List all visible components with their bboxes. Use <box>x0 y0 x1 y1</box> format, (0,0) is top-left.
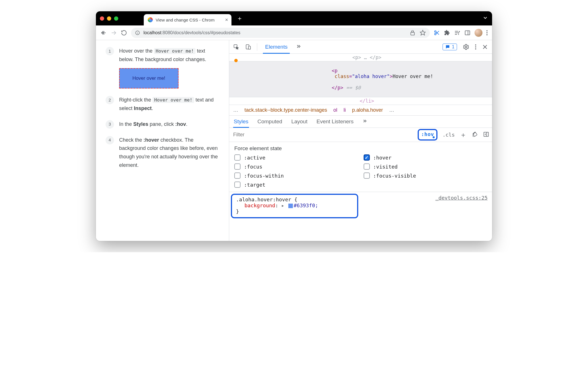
step-bold: Styles <box>133 121 148 127</box>
dom-breadcrumbs[interactable]: … tack.stack--block.type.center-images o… <box>229 105 492 116</box>
state-label: :active <box>244 155 265 161</box>
css-rule-highlight[interactable]: .aloha.hover:hover { background: ▸ #6393… <box>231 194 358 218</box>
state-checkbox-row[interactable]: :focus-visible <box>364 172 487 179</box>
tab-event-listeners[interactable]: Event Listeners <box>316 116 354 128</box>
device-toggle-icon[interactable] <box>245 44 251 50</box>
state-checkbox-row[interactable]: :focus <box>234 163 358 170</box>
hover-demo-label: Hover over me! <box>132 74 165 82</box>
minimize-window-icon[interactable] <box>107 16 111 21</box>
css-declaration[interactable]: background: ▸ #6393f0; <box>236 202 353 208</box>
close-window-icon[interactable] <box>100 16 104 21</box>
copy-styles-icon[interactable] <box>472 131 478 139</box>
tab-elements[interactable]: Elements <box>263 40 290 53</box>
more-subtabs-icon[interactable] <box>362 118 368 125</box>
force-state-toggle[interactable]: :hov <box>418 129 437 141</box>
breadcrumb-item[interactable]: li <box>344 107 346 113</box>
step-bold: :hov <box>175 121 186 127</box>
console-messages-badge[interactable]: 1 <box>443 44 457 50</box>
crumb-dots[interactable]: … <box>233 107 238 113</box>
step-2: 2 Right-click the Hover over me! text an… <box>106 96 220 113</box>
step-3: 3 In the Styles pane, click :hov. <box>106 120 220 129</box>
hover-demo-box[interactable]: Hover over me! <box>119 68 179 89</box>
state-checkbox-row[interactable]: :visited <box>364 163 487 170</box>
checkbox[interactable] <box>364 172 370 179</box>
back-button[interactable] <box>100 30 107 36</box>
breadcrumb-item[interactable]: tack.stack--block.type.center-images <box>244 107 327 113</box>
step-text: Check the <box>119 137 143 143</box>
address-bar[interactable]: localhost:8080/docs/devtools/css/#pseudo… <box>131 28 430 38</box>
settings-gear-icon[interactable] <box>463 44 469 50</box>
checkbox[interactable] <box>364 154 370 161</box>
css-selector[interactable]: .aloha.hover:hover <box>236 197 291 202</box>
step-text: Right-click the <box>119 97 153 103</box>
state-label: :hover <box>373 155 392 161</box>
checkbox[interactable] <box>234 163 241 170</box>
tab-layout[interactable]: Layout <box>291 116 308 128</box>
dom-text: Hover over me! <box>392 74 433 79</box>
more-tabs-icon[interactable] <box>295 43 302 51</box>
state-checkbox-row[interactable]: :target <box>234 182 358 188</box>
page-content: 1 Hover over the Hover over me! text bel… <box>96 40 229 241</box>
reload-button[interactable] <box>121 30 127 36</box>
new-tab-button[interactable]: ＋ <box>237 14 243 23</box>
state-checkbox-row[interactable]: :active <box>234 154 358 161</box>
css-prop-value[interactable]: #6393f0; <box>294 202 318 208</box>
extensions-icon[interactable] <box>444 30 450 36</box>
forward-button[interactable] <box>111 30 117 36</box>
step-4: 4 Check the :hover checkbox. The backgro… <box>106 136 220 170</box>
instruction-list: 1 Hover over the Hover over me! text bel… <box>106 47 220 170</box>
checkbox[interactable] <box>234 172 241 179</box>
devtools-menu-button[interactable] <box>475 44 476 49</box>
profile-avatar[interactable] <box>475 29 482 37</box>
dom-node-selected[interactable]: <p class="aloha hover">Hover over me! </… <box>229 61 492 97</box>
breadcrumb-item[interactable]: p.aloha.hover <box>352 107 383 113</box>
step-number: 2 <box>106 96 114 104</box>
bookmark-star-icon[interactable] <box>420 30 426 36</box>
state-checkbox-row[interactable]: :hover <box>364 154 487 161</box>
force-state-title: Force element state <box>234 145 487 152</box>
scissors-icon[interactable] <box>434 30 440 36</box>
computed-panel-icon[interactable] <box>483 131 489 139</box>
css-prop-name[interactable]: background <box>244 202 275 208</box>
cls-toggle[interactable]: .cls <box>443 132 455 138</box>
expand-arrow-icon[interactable]: ▸ <box>281 202 284 208</box>
breadcrumb-item[interactable]: ol <box>333 107 337 113</box>
step-bold: :hover <box>143 137 159 143</box>
crumb-dots[interactable]: … <box>389 107 394 113</box>
chrome-menu-button[interactable] <box>486 30 488 35</box>
close-devtools-icon[interactable] <box>482 44 488 50</box>
tab-styles[interactable]: Styles <box>233 116 249 128</box>
reading-list-icon[interactable] <box>454 30 460 36</box>
dom-tree[interactable]: <p> … </p> <p class="aloha hover">Hover … <box>229 54 492 105</box>
checkbox[interactable] <box>234 182 241 188</box>
state-label: :focus-within <box>244 173 284 179</box>
close-tab-icon[interactable]: × <box>225 17 228 23</box>
dom-tag: p <box>335 68 338 74</box>
tab-computed[interactable]: Computed <box>257 116 283 128</box>
browser-tab[interactable]: View and change CSS - Chrom × <box>144 14 231 25</box>
color-swatch-icon[interactable] <box>288 204 293 208</box>
checkbox[interactable] <box>234 154 241 161</box>
step-text: . <box>186 121 187 127</box>
share-icon[interactable] <box>409 30 416 36</box>
url-host: localhost <box>143 30 161 35</box>
state-label: :target <box>244 182 265 188</box>
step-text: . <box>152 105 153 111</box>
rule-source-link[interactable]: _devtools.scss:25 <box>435 192 492 218</box>
checkbox[interactable] <box>364 163 370 170</box>
inspect-element-icon[interactable] <box>233 44 239 50</box>
side-panel-icon[interactable] <box>464 30 471 36</box>
devtools-panel: Elements 1 <p> … </p> <p class="aloha ho… <box>229 40 492 241</box>
site-info-icon[interactable] <box>135 30 140 35</box>
css-rule-row: .aloha.hover:hover { background: ▸ #6393… <box>229 192 492 218</box>
inline-code: Hover over me! <box>153 97 194 103</box>
url-text: localhost:8080/docs/devtools/css/#pseudo… <box>143 30 240 35</box>
state-checkbox-row[interactable]: :focus-within <box>234 172 358 179</box>
maximize-window-icon[interactable] <box>114 16 118 21</box>
force-element-state-panel: Force element state :active:hover:focus:… <box>229 142 492 192</box>
modified-marker-icon <box>234 59 238 62</box>
styles-filter-input[interactable] <box>232 130 414 139</box>
tabs-dropdown-icon[interactable] <box>482 15 488 22</box>
new-rule-button[interactable]: ＋ <box>460 130 467 139</box>
dom-ellipsis: <p> … </p> <box>229 54 492 61</box>
